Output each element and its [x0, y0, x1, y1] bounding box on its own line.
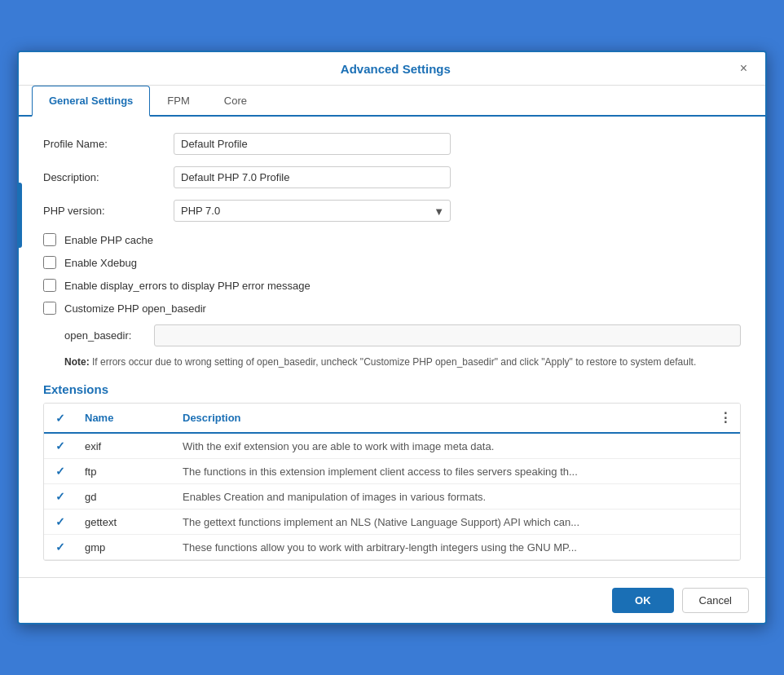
- title-bar: Advanced Settings ×: [19, 52, 765, 86]
- php-version-label: PHP version:: [43, 205, 174, 217]
- ext-options-gd: [711, 484, 740, 510]
- enable-display-errors-row: Enable display_errors to display PHP err…: [43, 279, 741, 292]
- php-version-row: PHP version: PHP 5.6 PHP 7.0 PHP 7.1 PHP…: [43, 200, 741, 222]
- description-label: Description:: [43, 171, 174, 183]
- col-header-check[interactable]: ✓: [44, 404, 77, 433]
- ext-name-ftp: ftp: [77, 459, 174, 484]
- dialog-body: Profile Name: Description: PHP version: …: [19, 117, 765, 577]
- note-text: If errors occur due to wrong setting of …: [92, 356, 696, 368]
- extensions-table-container: ✓ Name Description ⋮: [43, 403, 741, 561]
- enable-display-errors-label[interactable]: Enable display_errors to display PHP err…: [64, 280, 311, 292]
- ext-options-gettext: [711, 510, 740, 535]
- customize-open-basedir-label[interactable]: Customize PHP open_basedir: [64, 302, 206, 315]
- ext-name-gettext: gettext: [77, 510, 174, 535]
- table-row: ✓ ftp The functions in this extension im…: [44, 459, 740, 484]
- table-row: ✓ gettext The gettext functions implemen…: [44, 510, 740, 535]
- enable-php-cache-label[interactable]: Enable PHP cache: [64, 234, 153, 246]
- tab-core[interactable]: Core: [207, 86, 264, 117]
- row-check-gd[interactable]: ✓: [44, 484, 77, 510]
- php-version-select[interactable]: PHP 5.6 PHP 7.0 PHP 7.1 PHP 7.2: [174, 200, 451, 222]
- extensions-section: Extensions ✓ Name Description: [43, 382, 741, 561]
- row-check-gmp[interactable]: ✓: [44, 535, 77, 560]
- cancel-button[interactable]: Cancel: [682, 588, 749, 613]
- header-check-icon: ✓: [55, 412, 65, 425]
- extensions-table: ✓ Name Description ⋮: [44, 404, 740, 560]
- close-button[interactable]: ×: [735, 60, 752, 77]
- ext-desc-gd: Enables Creation and manipulation of ima…: [174, 484, 711, 510]
- description-row: Description:: [43, 166, 741, 188]
- extensions-table-body: ✓ exif With the exif extension you are a…: [44, 433, 740, 560]
- table-row: ✓ exif With the exif extension you are a…: [44, 433, 740, 459]
- advanced-settings-dialog: Advanced Settings × General Settings FPM…: [17, 51, 767, 624]
- enable-xdebug-row: Enable Xdebug: [43, 256, 741, 269]
- col-header-description: Description: [174, 404, 711, 433]
- col-header-name[interactable]: Name: [77, 404, 174, 433]
- open-basedir-label: open_basedir:: [64, 329, 154, 342]
- dialog-title: Advanced Settings: [56, 62, 735, 76]
- note-box: Note: If errors occur due to wrong setti…: [64, 355, 741, 369]
- ext-name-gmp: gmp: [77, 535, 174, 560]
- row-check-ftp[interactable]: ✓: [44, 459, 77, 484]
- enable-display-errors-checkbox[interactable]: [43, 279, 56, 292]
- tab-fpm[interactable]: FPM: [150, 86, 206, 117]
- side-tab-indicator: [17, 183, 22, 248]
- ext-options-gmp: [711, 535, 740, 560]
- enable-php-cache-row: Enable PHP cache: [43, 233, 741, 246]
- tab-general-settings[interactable]: General Settings: [32, 86, 150, 117]
- open-basedir-input[interactable]: [154, 324, 741, 346]
- enable-xdebug-checkbox[interactable]: [43, 256, 56, 269]
- extensions-title: Extensions: [43, 382, 741, 396]
- ext-desc-ftp: The functions in this extension implemen…: [174, 459, 711, 484]
- ext-desc-gettext: The gettext functions implement an NLS (…: [174, 510, 711, 535]
- row-check-gettext[interactable]: ✓: [44, 510, 77, 535]
- ext-name-gd: gd: [77, 484, 174, 510]
- profile-name-label: Profile Name:: [43, 138, 174, 150]
- table-row: ✓ gd Enables Creation and manipulation o…: [44, 484, 740, 510]
- enable-php-cache-checkbox[interactable]: [43, 233, 56, 246]
- customize-open-basedir-row: Customize PHP open_basedir: [43, 302, 741, 315]
- ext-options-exif: [711, 433, 740, 459]
- options-icon[interactable]: ⋮: [719, 411, 732, 425]
- ext-name-exif: exif: [77, 433, 174, 459]
- tabs-bar: General Settings FPM Core: [19, 86, 765, 117]
- open-basedir-row: open_basedir:: [64, 324, 741, 346]
- table-row: ✓ gmp These functions allow you to work …: [44, 535, 740, 560]
- note-label: Note:: [64, 356, 90, 368]
- customize-open-basedir-checkbox[interactable]: [43, 302, 56, 315]
- col-header-options: ⋮: [711, 404, 740, 433]
- ext-desc-exif: With the exif extension you are able to …: [174, 433, 711, 459]
- profile-name-row: Profile Name:: [43, 133, 741, 155]
- ext-desc-gmp: These functions allow you to work with a…: [174, 535, 711, 560]
- dialog-footer: OK Cancel: [19, 577, 765, 623]
- profile-name-input[interactable]: [174, 133, 451, 155]
- description-input[interactable]: [174, 166, 451, 188]
- enable-xdebug-label[interactable]: Enable Xdebug: [64, 257, 137, 269]
- php-version-select-wrapper: PHP 5.6 PHP 7.0 PHP 7.1 PHP 7.2 ▼: [174, 200, 451, 222]
- table-header-row: ✓ Name Description ⋮: [44, 404, 740, 433]
- ext-options-ftp: [711, 459, 740, 484]
- ok-button[interactable]: OK: [612, 588, 674, 613]
- row-check-exif[interactable]: ✓: [44, 433, 77, 459]
